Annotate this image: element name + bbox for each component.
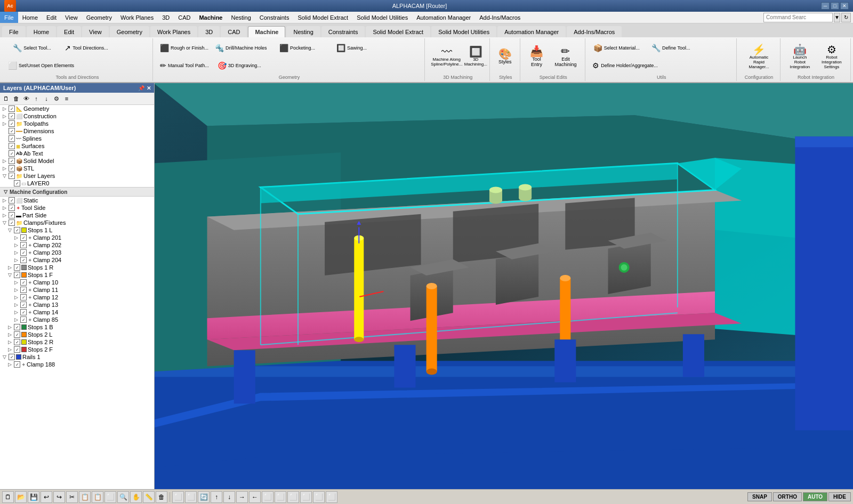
status-zoom-button[interactable]: 🔍 [117,491,129,503]
tab-constraints[interactable]: Constraints [321,26,365,37]
checkbox-solidmodel[interactable]: ✓ [9,158,15,164]
status-view13-button[interactable]: ⬜ [326,491,337,503]
select-tool-button[interactable]: 🔧 Select Tool... [5,39,59,56]
menu-machine[interactable]: Machine [195,12,227,23]
status-view7-button[interactable]: ← [249,491,261,503]
robot-settings-button[interactable]: ⚙ Robot Integration Settings [816,39,847,74]
checkbox-surfaces[interactable]: ✓ [9,143,15,149]
ortho-indicator[interactable]: ORTHO [773,492,802,501]
status-measure-button[interactable]: 📏 [143,491,155,503]
expander-dimensions[interactable] [1,128,7,134]
expander-stops2l[interactable]: ▷ [6,331,13,338]
checkbox-splines[interactable]: ✓ [9,135,15,142]
expander-clamp12[interactable]: ▷ [13,294,19,300]
tree-item-stops1r[interactable]: ▷ ✓ Stops 1 R [0,264,154,271]
tab-nesting[interactable]: Nesting [286,26,320,37]
menu-cad[interactable]: CAD [174,12,195,23]
tree-item-toolside[interactable]: ▷ ✓ ✦ Tool Side [0,204,154,212]
edit-machining-button[interactable]: ✏ Edit Machining [550,39,582,74]
status-delete-button[interactable]: 🗑 [156,491,167,503]
menu-view[interactable]: View [61,12,82,23]
checkbox-static[interactable]: ✓ [9,197,15,204]
sidebar-close-icon[interactable]: ✕ [147,85,151,91]
tab-machine[interactable]: Machine [248,26,285,37]
tree-item-dimensions[interactable]: ✓ ━━ Dimensions [0,127,154,135]
close-button[interactable]: ✕ [840,2,849,10]
set-open-button[interactable]: ⬜ Set/Unset Open Elements [5,57,77,74]
refresh-button[interactable]: ↻ [841,13,851,22]
checkbox-clamp202[interactable]: ✓ [20,242,27,248]
tree-item-solidmodel[interactable]: ▷ ✓ 📦 Solid Model [0,157,154,165]
tool-entry-button[interactable]: 📥 Tool Entry [525,39,548,74]
minimize-button[interactable]: ─ [821,2,830,10]
tree-item-clamps[interactable]: ▽ ✓ 📁 Clamps/Fixtures [0,219,154,226]
tab-workplanes[interactable]: Work Planes [150,26,197,37]
menu-addins[interactable]: Add-Ins/Macros [475,12,525,23]
status-redo-button[interactable]: ↪ [53,491,65,503]
status-copy-button[interactable]: 📋 [79,491,91,503]
status-view11-button[interactable]: ⬜ [300,491,312,503]
tree-item-clamp204[interactable]: ▷ ✓ ✦ Clamp 204 [0,256,154,264]
tab-file[interactable]: File [2,26,26,37]
checkbox-userlayers[interactable]: ✓ [9,173,15,179]
checkbox-clamp11[interactable]: ✓ [20,287,27,293]
expander-clamp203[interactable]: ▷ [13,249,19,256]
menu-workplanes[interactable]: Work Planes [116,12,158,23]
expander-clamp201[interactable]: ▷ [13,234,19,241]
define-tool-button[interactable]: 🔧 Define Tool... [644,39,697,56]
menu-3d[interactable]: 3D [158,12,174,23]
define-holder-button[interactable]: ⚙ Define Holder/Aggregate... [590,57,661,74]
expander-clamps[interactable]: ▽ [1,220,7,226]
menu-file[interactable]: File [0,12,18,23]
tree-item-clamp14[interactable]: ▷ ✓ ✦ Clamp 14 [0,308,154,316]
viewport[interactable] [155,83,853,489]
status-view3-button[interactable]: 🔄 [198,491,210,503]
tree-item-clamp10[interactable]: ▷ ✓ ✦ Clamp 10 [0,279,154,286]
tree-item-stops2r[interactable]: ▷ ✓ Stops 2 R [0,338,154,346]
expander-clamp202[interactable]: ▷ [13,242,19,248]
tree-item-clamp203[interactable]: ▷ ✓ ✦ Clamp 203 [0,249,154,256]
expander-stops2f[interactable]: ▷ [6,346,13,353]
expander-stops1r[interactable]: ▷ [6,264,13,271]
tree-item-clamp188[interactable]: ▷ ✓ ✦ Clamp 188 [0,361,154,368]
select-material-button[interactable]: 📦 Select Material... [590,39,643,56]
expander-stops1f[interactable]: ▽ [6,272,13,278]
status-view2-button[interactable]: ⬜ [185,491,197,503]
tree-item-layer0[interactable]: ✓ ▭ LAYER0 [0,180,154,187]
expander-abtext[interactable] [1,150,7,157]
expander-clamp11[interactable]: ▷ [13,287,19,293]
tree-item-stops1f[interactable]: ▽ ✓ Stops 1 F [0,271,154,279]
layer-up-button[interactable]: ↑ [31,94,41,103]
layer-more-button[interactable]: ≡ [62,94,71,103]
expander-static[interactable]: ▷ [1,197,7,204]
tree-item-static[interactable]: ▷ ✓ ⬜ Static [0,197,154,204]
tab-view[interactable]: View [82,26,109,37]
menu-solid-extract[interactable]: Solid Model Extract [293,12,352,23]
status-save-button[interactable]: 💾 [28,491,39,503]
checkbox-clamp203[interactable]: ✓ [20,249,27,256]
tree-item-clamp11[interactable]: ▷ ✓ ✦ Clamp 11 [0,286,154,294]
tree-item-construction[interactable]: ▷ ✓ ⬜ Construction [0,112,154,120]
tree-item-splines[interactable]: ✓ 〰 Splines [0,135,154,142]
checkbox-partside[interactable]: ✓ [9,212,15,218]
snap-indicator[interactable]: SNAP [747,492,772,501]
status-view5-button[interactable]: ↓ [223,491,235,503]
checkbox-clamp201[interactable]: ✓ [20,234,27,241]
tree-item-abtext[interactable]: ✓ Ab Ab Text [0,150,154,157]
checkbox-clamps[interactable]: ✓ [9,220,15,226]
expander-toolpaths[interactable]: ▷ [1,120,7,127]
checkbox-geometry[interactable]: ✓ [9,105,15,112]
tree-item-userlayers[interactable]: ▽ ✓ 📁 User Layers [0,172,154,180]
status-open-button[interactable]: 📂 [15,491,27,503]
status-paste-button[interactable]: 📋 [92,491,103,503]
checkbox-stops2l[interactable]: ✓ [14,331,20,338]
tree-item-clamp13[interactable]: ▷ ✓ ✦ Clamp 13 [0,301,154,308]
manual-toolpath-button[interactable]: ✏ Manual Tool Path... [157,57,212,74]
expander-clamp10[interactable]: ▷ [13,279,19,286]
expander-surfaces[interactable] [1,143,7,149]
checkbox-construction[interactable]: ✓ [9,113,15,119]
status-view6-button[interactable]: → [236,491,248,503]
sawing-button[interactable]: 🔲 Sawing... [325,39,378,56]
tree-item-clamp202[interactable]: ▷ ✓ ✦ Clamp 202 [0,241,154,249]
status-new-button[interactable]: 🗒 [2,491,14,503]
